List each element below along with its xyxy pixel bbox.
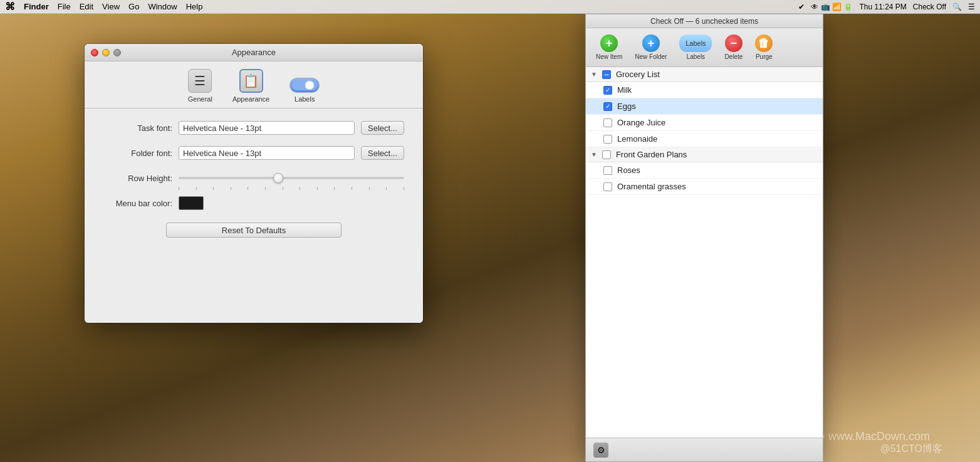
menubar-left: ⌘ Finder File Edit View Go Window Help	[5, 1, 202, 13]
settings-button[interactable]: ⚙	[593, 443, 608, 458]
menubar-edit[interactable]: Edit	[80, 2, 93, 11]
roses-checkbox[interactable]	[603, 166, 612, 175]
eggs-item[interactable]: ✓ Eggs	[586, 98, 823, 115]
new-folder-button[interactable]: + New Folder	[630, 32, 672, 63]
tick-7	[283, 187, 283, 190]
new-item-button[interactable]: + New Item	[591, 32, 627, 63]
tick-11	[352, 187, 352, 190]
tick-2	[196, 187, 197, 190]
tab-labels[interactable]: Labels	[279, 75, 330, 108]
milk-item[interactable]: ✓ Milk	[586, 82, 823, 98]
delete-icon: −	[725, 34, 743, 52]
appearance-titlebar: Appearance	[85, 44, 423, 61]
roses-item[interactable]: Roses	[586, 162, 823, 179]
purge-icon: 🗑	[755, 34, 773, 52]
tab-appearance[interactable]: 📋 Appearance	[222, 66, 279, 108]
folder-font-label: Folder font:	[103, 149, 172, 158]
checkoff-titlebar: Check Off — 6 unchecked items	[586, 14, 823, 28]
checkoff-toolbar: + New Item + New Folder Labels Labels − …	[586, 28, 823, 67]
tab-general[interactable]: ☰ General	[178, 66, 222, 108]
appearance-tab-label: Appearance	[232, 95, 269, 103]
folder-font-input[interactable]	[179, 146, 355, 160]
grocery-list-header[interactable]: ▼ − Grocery List	[586, 67, 823, 82]
reset-defaults-button[interactable]: Reset To Defaults	[166, 223, 341, 238]
orange-juice-checkbox[interactable]	[603, 118, 612, 127]
tick-8	[300, 187, 300, 190]
milk-label: Milk	[617, 85, 632, 95]
slider-thumb[interactable]	[273, 173, 283, 183]
checkoff-window: Check Off — 6 unchecked items + New Item…	[585, 14, 823, 462]
menubar-search-icon[interactable]: 🔍	[952, 3, 962, 11]
labels-button[interactable]: Labels Labels	[674, 32, 717, 63]
appearance-tab-icon: 📋	[239, 69, 263, 93]
menubar-checkoff-label[interactable]: Check Off	[913, 3, 946, 11]
garden-group-checkbox[interactable]	[602, 150, 611, 159]
garden-list-header[interactable]: ▼ Front Garden Plans	[586, 147, 823, 162]
delete-button[interactable]: − Delete	[719, 32, 748, 63]
eggs-checkbox[interactable]: ✓	[603, 102, 612, 111]
new-folder-label: New Folder	[635, 53, 667, 60]
tick-4	[231, 187, 231, 190]
lemonaide-item[interactable]: Lemonaide	[586, 131, 823, 147]
menubar-time: Thu 11:24 PM	[859, 3, 906, 11]
appearance-tabs: ☰ General 📋 Appearance Labels	[85, 61, 423, 108]
row-height-slider[interactable]	[179, 171, 404, 185]
checkoff-footer: ⚙	[586, 438, 823, 461]
task-font-input[interactable]	[179, 121, 355, 135]
menubar-view[interactable]: View	[102, 2, 120, 11]
menubar-icons: 👁 📺 📶 🔋	[811, 3, 853, 11]
menu-bar-color-swatch[interactable]	[179, 196, 204, 210]
orange-juice-item[interactable]: Orange Juice	[586, 115, 823, 131]
task-font-select-button[interactable]: Select...	[361, 121, 404, 135]
minimize-button[interactable]	[102, 49, 110, 56]
tick-1	[179, 187, 179, 190]
menubar-window[interactable]: Window	[148, 2, 177, 11]
menubar-help[interactable]: Help	[186, 2, 203, 11]
lemonaide-label: Lemonaide	[617, 134, 657, 144]
tick-13	[386, 187, 387, 190]
oramental-grasses-checkbox[interactable]	[603, 182, 612, 191]
checkoff-menubar-icon: ✔	[798, 3, 805, 11]
tick-9	[317, 187, 318, 190]
new-item-label: New Item	[596, 53, 622, 60]
folder-font-select-button[interactable]: Select...	[361, 146, 404, 160]
milk-checkbox[interactable]: ✓	[603, 86, 612, 95]
menubar-finder[interactable]: Finder	[24, 2, 49, 11]
labels-tab-label: Labels	[295, 95, 315, 103]
task-font-row: Task font: Select...	[103, 121, 404, 135]
maximize-button[interactable]	[113, 49, 121, 56]
grocery-list-title: Grocery List	[616, 70, 660, 79]
menubar-go[interactable]: Go	[128, 2, 139, 11]
lemonaide-checkbox[interactable]	[603, 135, 612, 144]
general-tab-label: General	[188, 95, 212, 103]
appearance-window: Appearance ☰ General 📋 Appearance Labels…	[85, 44, 423, 323]
task-font-label: Task font:	[103, 123, 172, 133]
grocery-group-checkbox[interactable]: −	[602, 70, 611, 79]
labels-icon: Labels	[679, 34, 712, 52]
menubar-menu-icon[interactable]: ☰	[968, 3, 975, 11]
new-folder-icon: +	[642, 34, 660, 52]
roses-label: Roses	[617, 165, 640, 175]
slider-track	[179, 177, 404, 179]
apple-menu-icon[interactable]: ⌘	[5, 1, 15, 13]
tick-6	[265, 187, 266, 190]
close-button[interactable]	[91, 49, 98, 56]
delete-label: Delete	[724, 53, 743, 60]
checkoff-list: ▼ − Grocery List ✓ Milk ✓ Eggs Orange Ju…	[586, 67, 823, 438]
new-item-icon: +	[600, 34, 618, 52]
grocery-expand-icon: ▼	[591, 71, 597, 78]
orange-juice-label: Orange Juice	[617, 118, 665, 127]
tick-3	[213, 187, 214, 190]
checkoff-title: Check Off — 6 unchecked items	[650, 17, 758, 26]
slider-ticks	[179, 187, 404, 190]
purge-button[interactable]: 🗑 Purge	[750, 32, 778, 63]
folder-font-row: Folder font: Select...	[103, 146, 404, 160]
menubar: ⌘ Finder File Edit View Go Window Help ✔…	[0, 0, 980, 14]
menubar-right: ✔ 👁 📺 📶 🔋 Thu 11:24 PM Check Off 🔍 ☰	[798, 3, 975, 11]
tick-12	[369, 187, 370, 190]
eggs-label: Eggs	[617, 102, 636, 111]
tick-5	[248, 187, 248, 190]
tick-14	[404, 187, 404, 190]
oramental-grasses-item[interactable]: Oramental grasses	[586, 179, 823, 195]
menubar-file[interactable]: File	[58, 2, 71, 11]
